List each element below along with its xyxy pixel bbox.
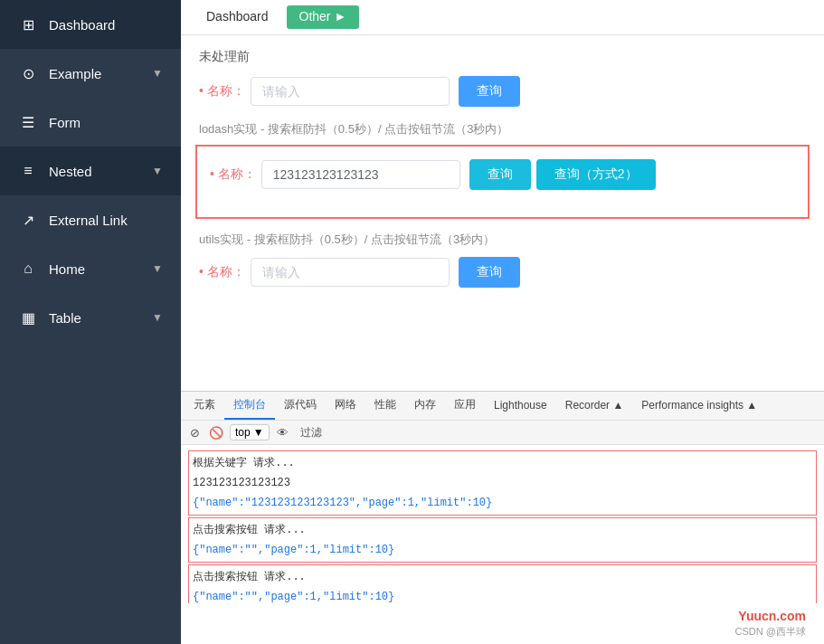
home-icon: ⌂ xyxy=(18,259,38,279)
devtools-tab-performance-insights[interactable]: Performance insights ▲ xyxy=(632,393,766,419)
lodash-title: lodash实现 - 搜索框防抖（0.5秒）/ 点击按钮节流（3秒内） xyxy=(199,121,806,137)
nested-icon: ≡ xyxy=(18,161,38,181)
sidebar-item-example[interactable]: ⊙ Example ▼ xyxy=(0,49,181,98)
sidebar-label-example: Example xyxy=(49,66,152,81)
sidebar-item-external-link[interactable]: ↗ External Link xyxy=(0,195,181,244)
unprocessed-title: 未处理前 xyxy=(199,49,806,65)
console-block-2: 点击搜索按钮 请求... {"name":"","page":1,"limit"… xyxy=(188,517,817,563)
devtools-tab-console[interactable]: 控制台 xyxy=(224,392,275,420)
external-link-icon: ↗ xyxy=(18,210,38,230)
filter-label: 过滤 xyxy=(300,425,322,440)
sidebar-item-nested[interactable]: ≡ Nested ▼ xyxy=(0,147,181,195)
sidebar-item-table[interactable]: ▦ Table ▼ xyxy=(0,293,181,342)
devtools-tab-application[interactable]: 应用 xyxy=(445,392,485,420)
utils-form-row: 名称： 查询 xyxy=(199,257,806,288)
sidebar-item-form[interactable]: ☰ Form xyxy=(0,98,181,147)
lodash-query-button[interactable]: 查询 xyxy=(469,159,531,190)
clear-icon[interactable]: 🚫 xyxy=(208,424,224,440)
console-block-1: 根据关键字 请求... 123123123123123 {"name":"123… xyxy=(188,450,817,516)
top-chevron-icon: ▼ xyxy=(253,426,264,439)
chevron-down-icon-nested: ▼ xyxy=(152,165,163,177)
utils-title: utils实现 - 搜索框防抖（0.5秒）/ 点击按钮节流（3秒内） xyxy=(199,232,806,248)
top-tabs: Dashboard Other ► xyxy=(181,0,824,35)
console-block-3: 点击搜索按钮 请求... {"name":"","page":1,"limit"… xyxy=(188,564,817,603)
devtools-toolbar: ⊘ 🚫 top ▼ 👁 过滤 xyxy=(181,421,824,445)
sidebar-label-dashboard: Dashboard xyxy=(49,17,163,33)
sidebar-label-form: Form xyxy=(49,115,163,130)
block-icon[interactable]: ⊘ xyxy=(186,424,203,440)
watermark-sub: CSDN @西半球 xyxy=(181,625,824,644)
tab-dashboard[interactable]: Dashboard xyxy=(190,0,285,34)
top-label: top xyxy=(235,426,251,439)
chevron-down-icon-table: ▼ xyxy=(152,311,163,324)
utils-query-button[interactable]: 查询 xyxy=(459,257,520,288)
content-area: Dashboard Other ► 未处理前 名称： 查询 lodash实现 -… xyxy=(181,0,824,391)
sidebar-item-home[interactable]: ⌂ Home ▼ xyxy=(0,244,181,293)
sidebar-label-home: Home xyxy=(49,261,152,277)
devtools-tab-recorder[interactable]: Recorder ▲ xyxy=(556,393,633,419)
devtools-panel: 元素 控制台 源代码 网络 性能 内存 应用 Lighthouse Record… xyxy=(181,391,824,644)
devtools-tab-elements[interactable]: 元素 xyxy=(185,392,224,420)
utils-label: 名称： xyxy=(199,264,245,280)
console-line-2: 123123123123123 xyxy=(193,473,812,493)
top-selector[interactable]: top ▼ xyxy=(230,424,270,440)
unprocessed-input[interactable] xyxy=(251,77,450,106)
sidebar-label-external-link: External Link xyxy=(49,213,163,228)
example-icon: ⊙ xyxy=(18,63,38,83)
lodash-section: 名称： 查询 查询（方式2） xyxy=(195,145,810,219)
console-line-7: {"name":"","page":1,"limit":10} xyxy=(193,587,812,603)
unprocessed-query-button[interactable]: 查询 xyxy=(459,76,520,107)
sidebar: ⊞ Dashboard ⊙ Example ▼ ☰ Form ≡ Nested … xyxy=(0,0,181,644)
devtools-tab-lighthouse[interactable]: Lighthouse xyxy=(485,393,556,419)
utils-input[interactable] xyxy=(251,258,450,287)
devtools-tab-performance[interactable]: 性能 xyxy=(365,392,405,420)
table-icon: ▦ xyxy=(18,308,38,327)
unprocessed-label: 名称： xyxy=(199,83,245,99)
console-line-4: 点击搜索按钮 请求... xyxy=(193,520,812,540)
console-line-3: {"name":"123123123123123","page":1,"limi… xyxy=(193,493,812,513)
devtools-tab-source[interactable]: 源代码 xyxy=(275,392,326,420)
lodash-label: 名称： xyxy=(210,166,256,183)
console-line-6: 点击搜索按钮 请求... xyxy=(193,567,812,587)
main-content: 未处理前 名称： 查询 lodash实现 - 搜索框防抖（0.5秒）/ 点击按钮… xyxy=(181,35,824,391)
lodash-form-row: 名称： 查询 查询（方式2） xyxy=(210,159,795,190)
sidebar-item-dashboard[interactable]: ⊞ Dashboard xyxy=(0,0,181,49)
form-icon: ☰ xyxy=(18,112,38,132)
chevron-down-icon: ▼ xyxy=(152,67,163,80)
chevron-down-icon-home: ▼ xyxy=(152,262,163,275)
devtools-console: 根据关键字 请求... 123123123123123 {"name":"123… xyxy=(181,445,824,603)
lodash-input[interactable] xyxy=(261,160,460,189)
eye-icon[interactable]: 👁 xyxy=(275,424,291,440)
sidebar-label-table: Table xyxy=(49,310,152,326)
lodash-query-button2[interactable]: 查询（方式2） xyxy=(536,159,656,190)
tab-other[interactable]: Other ► xyxy=(287,5,360,29)
sidebar-label-nested: Nested xyxy=(49,164,152,179)
console-line-5: {"name":"","page":1,"limit":10} xyxy=(193,540,812,560)
watermark-main: Yuucn.com xyxy=(181,603,824,625)
console-line-1: 根据关键字 请求... xyxy=(193,453,812,473)
unprocessed-form-row: 名称： 查询 xyxy=(199,76,806,107)
devtools-tab-network[interactable]: 网络 xyxy=(326,392,365,420)
devtools-tab-memory[interactable]: 内存 xyxy=(405,392,445,420)
dashboard-icon: ⊞ xyxy=(18,14,38,34)
devtools-tabs: 元素 控制台 源代码 网络 性能 内存 应用 Lighthouse Record… xyxy=(181,392,824,421)
